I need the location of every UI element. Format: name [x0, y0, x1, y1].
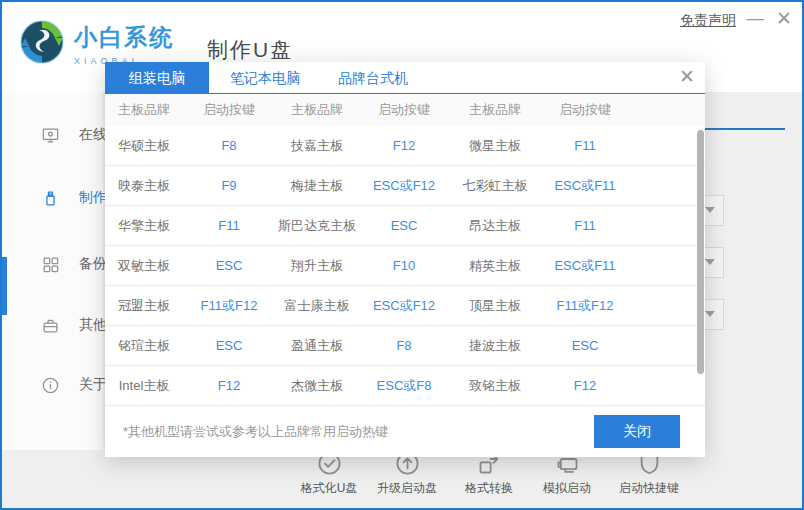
brand-cell: 铭瑄主板 — [105, 337, 183, 355]
brand-cell: Intel主板 — [105, 377, 183, 395]
bootkey-cell: ESC或F8 — [359, 377, 449, 395]
disclaimer-link[interactable]: 免责声明 — [680, 12, 736, 30]
column-header: 启动按键 — [541, 101, 629, 119]
brand-cell: 捷波主板 — [449, 337, 541, 355]
bootkey-cell: ESC — [359, 218, 449, 233]
bootkey-cell: F8 — [183, 138, 275, 153]
close-icon[interactable]: ✕ — [776, 8, 792, 30]
table-row: 华擎主板 F11 斯巴达克主板 ESC 昂达主板 F11 — [105, 206, 705, 246]
brand-cell: 华擎主板 — [105, 217, 183, 235]
table-header-row: 主板品牌 启动按键 主板品牌 启动按键 主板品牌 启动按键 — [105, 94, 705, 126]
bootkey-cell: F11 — [183, 218, 275, 233]
bootkey-cell: F10 — [359, 258, 449, 273]
bootkey-cell: F11 — [541, 218, 629, 233]
bootkey-cell: ESC — [541, 338, 629, 353]
brand-cell: 映泰主板 — [105, 177, 183, 195]
sidebar-item-label: 在线 — [79, 126, 107, 144]
brand-cell: 致铭主板 — [449, 377, 541, 395]
brand-cell: 盈通主板 — [275, 337, 359, 355]
monitor-icon — [41, 126, 60, 145]
toolbar-simulate-boot[interactable]: 模拟启动 — [522, 450, 612, 497]
logo: 小白系统 XIAOBAI — [18, 18, 174, 66]
brand-cell: 斯巴达克主板 — [275, 217, 359, 235]
tab-brand-desktop[interactable]: 品牌台式机 — [321, 62, 425, 94]
tab-assembled-pc[interactable]: 组装电脑 — [105, 62, 209, 94]
column-header: 启动按键 — [183, 101, 275, 119]
table-row: 冠盟主板 F11或F12 富士康主板 ESC或F12 顶星主板 F11或F12 — [105, 286, 705, 326]
chevron-down-icon — [705, 207, 715, 213]
dialog-tabbar: 组装电脑 笔记本电脑 品牌台式机 — [105, 62, 705, 94]
toolbar-item-label: 模拟启动 — [522, 480, 612, 497]
bootkey-cell: F12 — [541, 378, 629, 393]
toolbar-item-label: 升级启动盘 — [362, 480, 452, 497]
bootkey-cell: F12 — [183, 378, 275, 393]
column-header: 主板品牌 — [449, 101, 541, 119]
sidebar-item-backup[interactable]: 备份 — [2, 251, 103, 277]
table-row: 双敏主板 ESC 翔升主板 F10 精英主板 ESC或F11 — [105, 246, 705, 286]
bootkey-cell: ESC或F11 — [541, 177, 629, 195]
brand-cell: 杰微主板 — [275, 377, 359, 395]
bootkey-cell: ESC — [183, 338, 275, 353]
table-row: Intel主板 F12 杰微主板 ESC或F8 致铭主板 F12 — [105, 366, 705, 406]
toolbar-format-usb[interactable]: 格式化U盘 — [284, 450, 374, 497]
app-window: 小白系统 XIAOBAI 制作U盘 免责声明 — ✕ 在线 制 — [0, 0, 804, 510]
toolbar-upgrade-disk[interactable]: 升级启动盘 — [362, 450, 452, 497]
brand-cell: 华硕主板 — [105, 137, 183, 155]
brand-cell: 翔升主板 — [275, 257, 359, 275]
dialog-close-icon[interactable]: ✕ — [679, 65, 695, 88]
toolbar-item-label: 格式转换 — [444, 480, 534, 497]
sidebar-item-label: 其他 — [79, 316, 107, 334]
close-dialog-button[interactable]: 关闭 — [594, 415, 680, 448]
usb-icon — [41, 189, 60, 208]
bootkey-cell: F9 — [183, 178, 275, 193]
background-tab-underline — [702, 128, 785, 130]
toolbar-format-convert[interactable]: 格式转换 — [444, 450, 534, 497]
info-icon — [41, 376, 60, 395]
toolbar-item-label: 格式化U盘 — [284, 480, 374, 497]
sidebar-item-label: 备份 — [79, 255, 107, 273]
bootkey-cell: ESC — [183, 258, 275, 273]
table-row: 华硕主板 F8 技嘉主板 F12 微星主板 F11 — [105, 126, 705, 166]
sidebar-item-label: 制作 — [79, 189, 107, 207]
app-title: 小白系统 — [74, 22, 174, 53]
toolbar-boot-hotkey[interactable]: 启动快捷键 — [604, 450, 694, 497]
brand-cell: 双敏主板 — [105, 257, 183, 275]
brand-cell: 昂达主板 — [449, 217, 541, 235]
footer-note: *其他机型请尝试或参考以上品牌常用启动热键 — [123, 423, 388, 441]
brand-cell: 精英主板 — [449, 257, 541, 275]
grid-icon — [41, 255, 60, 274]
bootkey-cell: ESC或F11 — [541, 257, 629, 275]
table-scrollbar[interactable] — [697, 130, 704, 374]
toolbox-icon — [41, 316, 60, 335]
brand-cell: 微星主板 — [449, 137, 541, 155]
sidebar-item-label: 关于 — [79, 376, 107, 394]
boot-hotkey-dialog: 组装电脑 笔记本电脑 品牌台式机 ✕ 主板品牌 启动按键 主板品牌 启动按键 主… — [105, 62, 705, 457]
bottom-toolbar: 格式化U盘 升级启动盘 格式转换 模拟启动 — [2, 450, 802, 500]
table-row: 映泰主板 F9 梅捷主板 ESC或F12 七彩虹主板 ESC或F11 — [105, 166, 705, 206]
logo-icon — [18, 18, 66, 66]
tab-laptop[interactable]: 笔记本电脑 — [209, 62, 321, 94]
bootkey-cell: F12 — [359, 138, 449, 153]
dialog-footer: *其他机型请尝试或参考以上品牌常用启动热键 关闭 — [105, 406, 705, 457]
chevron-down-icon — [705, 259, 715, 265]
brand-cell: 顶星主板 — [449, 297, 541, 315]
page-title: 制作U盘 — [207, 36, 293, 64]
bootkey-cell: F11 — [541, 138, 629, 153]
brand-cell: 冠盟主板 — [105, 297, 183, 315]
minimize-icon[interactable]: — — [747, 8, 764, 30]
sidebar-item-online[interactable]: 在线 — [2, 122, 103, 148]
column-header: 主板品牌 — [105, 101, 183, 119]
bootkey-cell: F11或F12 — [541, 297, 629, 315]
sidebar-item-other[interactable]: 其他 — [2, 312, 103, 338]
column-header: 主板品牌 — [275, 101, 359, 119]
bootkey-cell: F11或F12 — [183, 297, 275, 315]
toolbar-item-label: 启动快捷键 — [604, 480, 694, 497]
brand-cell: 七彩虹主板 — [449, 177, 541, 195]
sidebar-item-about[interactable]: 关于 — [2, 372, 103, 398]
bootkey-cell: ESC或F12 — [359, 177, 449, 195]
sidebar: 在线 制作 备份 其他 — [2, 92, 103, 450]
brand-cell: 梅捷主板 — [275, 177, 359, 195]
sidebar-item-make-usb[interactable]: 制作 — [2, 185, 103, 211]
brand-cell: 技嘉主板 — [275, 137, 359, 155]
brand-cell: 富士康主板 — [275, 297, 359, 315]
